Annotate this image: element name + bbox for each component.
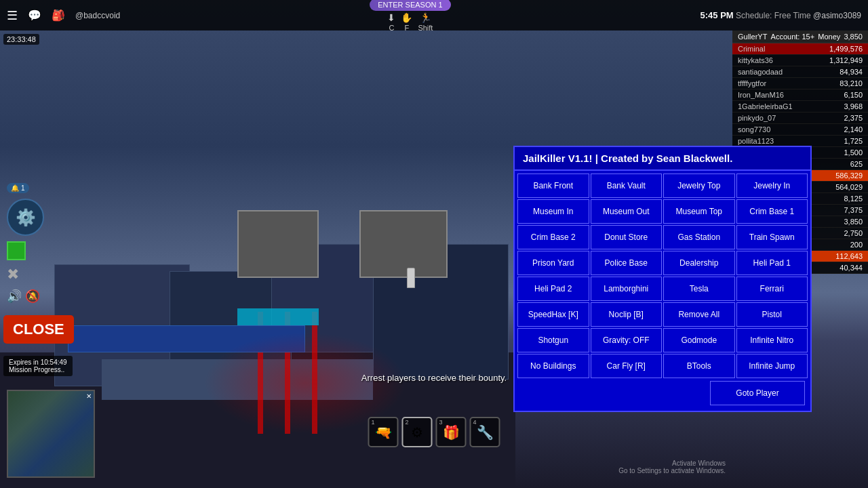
- minimap-image: [8, 391, 94, 476]
- jailkiller-grid: Bank FrontBank VaultJewelry TopJewelry I…: [515, 171, 810, 381]
- jailkiller-btn-crim-base-1[interactable]: Crim Base 1: [736, 199, 808, 224]
- tool-icon-4: 🔧: [477, 424, 494, 441]
- lb-money: 3,968: [844, 102, 863, 110]
- jailkiller-btn-infinite-jump[interactable]: Infinite Jump: [736, 354, 808, 378]
- key-c-label: C: [389, 24, 394, 32]
- jailkiller-title: JailKiller V1.1! | Created by Sean Black…: [515, 147, 810, 171]
- jailkiller-btn-noclip--b-[interactable]: Noclip [B]: [591, 302, 663, 327]
- key-hint-c: ⬇ C: [387, 12, 395, 32]
- jailkiller-btn-gravity--off[interactable]: Gravity: OFF: [591, 328, 663, 352]
- lb-row: song77302,140: [732, 124, 868, 136]
- lb-row: Iron_ManM166,150: [732, 89, 868, 101]
- goto-player-button[interactable]: Goto Player: [710, 381, 805, 405]
- jailkiller-btn-museum-out[interactable]: Museum Out: [591, 199, 663, 224]
- lb-money: 7,375: [844, 206, 863, 214]
- jailkiller-btn-infinite-nitro[interactable]: Infinite Nitro: [736, 328, 808, 352]
- lb-name: kittykats36: [738, 56, 773, 64]
- tool-slot-4[interactable]: 4 🔧: [470, 417, 500, 447]
- player-character: [407, 268, 415, 288]
- jailkiller-btn-gas-station[interactable]: Gas Station: [663, 225, 735, 249]
- top-bar: ☰ 💬 🎒 @badccvoid ENTER SEASON 1 ⬇ C ✋ F …: [0, 0, 868, 30]
- shift-key-icon: 🏃: [420, 12, 431, 23]
- jailkiller-btn-remove-all[interactable]: Remove All: [663, 302, 735, 327]
- lb-money: 84,934: [840, 68, 863, 76]
- activate-windows-notice: Activate Windows Go to Settings to activ…: [618, 460, 726, 474]
- lb-name: 1GabrieleirbaG1: [738, 102, 793, 110]
- lb-header-account: Account: 15+: [771, 33, 815, 41]
- lb-money: 1,499,576: [829, 45, 863, 53]
- lb-money: 625: [850, 160, 863, 168]
- jailkiller-btn-pistol[interactable]: Pistol: [736, 302, 808, 327]
- lb-money: 3,850: [844, 218, 863, 226]
- jailkiller-btn-museum-top[interactable]: Museum Top: [663, 199, 735, 224]
- jailkiller-btn-bank-front[interactable]: Bank Front: [517, 174, 589, 198]
- jailkiller-panel: JailKiller V1.1! | Created by Sean Black…: [513, 146, 812, 412]
- tool-slot-2[interactable]: 2 ⚙: [402, 417, 433, 447]
- jailkiller-btn-shotgun[interactable]: Shotgun: [517, 328, 589, 352]
- jailkiller-btn-bank-vault[interactable]: Bank Vault: [591, 174, 663, 198]
- lb-money: 2,140: [844, 125, 863, 134]
- jailkiller-btn-dealership[interactable]: Dealership: [663, 251, 735, 275]
- mission-expires: Expires in 10:54:49: [9, 359, 67, 366]
- green-cube-item: [7, 241, 44, 260]
- top-bar-center: ENTER SEASON 1 ⬇ C ✋ F 🏃 Shift: [370, 0, 450, 32]
- jailkiller-btn-lamborghini[interactable]: Lamborghini: [591, 277, 663, 301]
- level-badge: 🔔 1: [7, 183, 29, 193]
- bag-icon[interactable]: 🎒: [52, 9, 65, 22]
- white-building-2: [359, 210, 448, 278]
- enter-season-button[interactable]: ENTER SEASON 1: [370, 0, 450, 11]
- tool-slot-1[interactable]: 1 🔫: [368, 417, 399, 447]
- jailkiller-btn-no-buildings[interactable]: No Buildings: [517, 354, 589, 378]
- lb-row: kittykats361,312,949: [732, 55, 868, 66]
- lb-money: 200: [850, 241, 863, 249]
- jailkiller-btn-donut-store[interactable]: Donut Store: [591, 225, 663, 249]
- lb-row: Criminal1,499,576: [732, 43, 868, 55]
- sound-icons[interactable]: 🔊 🔕: [7, 289, 44, 304]
- sound-on-icon[interactable]: 🔊: [7, 289, 22, 304]
- lb-money: 1,500: [844, 148, 863, 157]
- c-key-icon: ⬇: [387, 12, 395, 23]
- jailkiller-btn-train-spawn[interactable]: Train Spawn: [736, 225, 808, 249]
- lb-money: 2,375: [844, 114, 863, 122]
- close-button[interactable]: CLOSE: [3, 315, 74, 344]
- jailkiller-btn-heli-pad-1[interactable]: Heli Pad 1: [736, 251, 808, 275]
- jailkiller-btn-jewelry-top[interactable]: Jewelry Top: [663, 174, 735, 198]
- jailkiller-btn-ferrari[interactable]: Ferrari: [736, 277, 808, 301]
- lb-money: 8,125: [844, 195, 863, 203]
- green-cube: [7, 241, 26, 260]
- lb-name: Criminal: [738, 45, 765, 53]
- jailkiller-btn-jewelry-in[interactable]: Jewelry In: [736, 174, 808, 198]
- jailkiller-btn-heli-pad-2[interactable]: Heli Pad 2: [517, 277, 589, 301]
- menu-icon[interactable]: ☰: [7, 8, 18, 23]
- lb-money: 586,329: [835, 171, 863, 180]
- lb-name: tffffygtfor: [738, 79, 766, 87]
- tool-icon-1: 🔫: [375, 424, 392, 441]
- chat-icon[interactable]: 💬: [28, 9, 41, 22]
- lb-money: 1,312,949: [829, 56, 863, 64]
- jailkiller-btn-police-base[interactable]: Police Base: [591, 251, 663, 275]
- jailkiller-btn-crim-base-2[interactable]: Crim Base 2: [517, 225, 589, 249]
- lb-name: santiagodaad: [738, 68, 783, 76]
- tool-icon-3: 🎁: [443, 424, 460, 441]
- username-left: @badccvoid: [75, 11, 120, 20]
- jailkiller-bottom-row: Goto Player: [515, 381, 810, 411]
- notification-icon: 🔔: [11, 184, 19, 192]
- sound-off-icon[interactable]: 🔕: [25, 289, 40, 304]
- jailkiller-btn-godmode[interactable]: Godmode: [663, 328, 735, 352]
- xp-icon: ✖: [7, 266, 19, 283]
- lb-header-money-val: 3,850: [844, 33, 863, 41]
- minimap: ✕: [7, 390, 95, 478]
- minimap-close-button[interactable]: ✕: [86, 392, 92, 400]
- jailkiller-btn-museum-in[interactable]: Museum In: [517, 199, 589, 224]
- jailkiller-btn-prison-yard[interactable]: Prison Yard: [517, 251, 589, 275]
- lb-money: 6,150: [844, 91, 863, 99]
- jailkiller-btn-car-fly--r-[interactable]: Car Fly [R]: [591, 354, 663, 378]
- jailkiller-btn-tesla[interactable]: Tesla: [663, 277, 735, 301]
- avatar-icon: ⚙️: [16, 208, 36, 227]
- tool-slot-3[interactable]: 3 🎁: [436, 417, 467, 447]
- tool-num-4: 4: [473, 419, 477, 426]
- white-building-1: [237, 210, 319, 278]
- jailkiller-btn-speedhax--k-[interactable]: SpeedHax [K]: [517, 302, 589, 327]
- jailkiller-btn-btools[interactable]: BTools: [663, 354, 735, 378]
- key-hint-shift: 🏃 Shift: [418, 12, 433, 32]
